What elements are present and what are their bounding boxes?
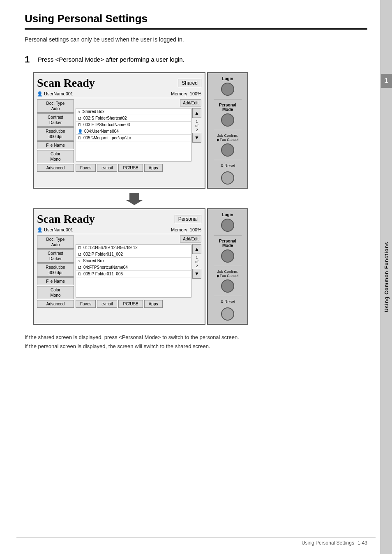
list-item[interactable]: 🗋003:FTPShortcutName03	[76, 122, 191, 128]
screen1-advanced[interactable]: Advanced	[37, 164, 74, 172]
side-tab: 1 Using Common Functions	[380, 0, 392, 554]
screen2-doctype[interactable]: Doc. TypeAuto	[37, 235, 74, 249]
step1-number: 1	[25, 54, 33, 65]
hw2-login-label: Login	[222, 212, 233, 217]
screen1-list: ⌂:Shared Box 🗋002:S FolderShortcut02 🗋00…	[76, 108, 191, 162]
side-tab-label: Using Common Functions	[384, 242, 390, 312]
screen1-doctype[interactable]: Doc. TypeAuto	[37, 99, 74, 113]
screen2-panel: Scan Ready Personal 👤 UserName001 Memory…	[33, 208, 205, 325]
hw-personal-mode-label: PersonalMode	[219, 103, 236, 112]
screen2-user-row: 👤 UserName001 Memory 100%	[37, 227, 201, 234]
hw-login-button[interactable]	[221, 83, 234, 96]
screen2-mode-badge: Personal	[175, 215, 201, 223]
screen1-scroll-up[interactable]: ▲	[192, 108, 201, 118]
footer-line2: If the personal screen is displayed, the…	[25, 342, 367, 351]
list-item[interactable]: 🗋005:P Folder011_005	[76, 271, 191, 277]
hw2-job-confirm-button[interactable]	[221, 279, 234, 293]
screen2-main-col: Add/Edit 🗋01:123456789-123456789-12 🗋002…	[76, 235, 201, 308]
hw2-divider-3	[214, 296, 241, 296]
screen2-user: 👤 UserName001	[37, 227, 73, 233]
screen2-filename[interactable]: File Name	[37, 277, 74, 285]
screen1-user: 👤 UserName001	[37, 91, 73, 97]
arrow-container	[25, 193, 367, 205]
screen1-tab-faves[interactable]: Faves	[76, 164, 96, 172]
screen1-body: Doc. TypeAuto ContrastDarker Resolution3…	[37, 99, 201, 172]
hardware-panel-2: Login PersonalMode Job Confirm.▶Fax Canc…	[207, 208, 248, 325]
footer-text: If the shared screen is displayed, press…	[25, 333, 367, 351]
screen1-user-row: 👤 UserName001 Memory 100%	[37, 91, 201, 98]
list-item[interactable]: 🗋002:S FolderShortcut02	[76, 115, 191, 122]
hardware-panel-1: Login PersonalMode Job Confirm.▶Fax Canc…	[207, 72, 248, 189]
hw-divider-2	[214, 130, 241, 130]
step1-text: Press <Personal Mode> after performing a…	[38, 54, 184, 63]
hw2-login-group: Login	[210, 212, 245, 232]
screen1-main-col: Add/Edit ⌂:Shared Box 🗋002:S FolderShort…	[76, 99, 201, 172]
screen2-body: Doc. TypeAuto ContrastDarker Resolution3…	[37, 235, 201, 308]
hw-login-group: Login	[210, 76, 245, 96]
hw2-reset-button[interactable]	[221, 307, 234, 321]
intro-text: Personal settings can only be used when …	[25, 36, 367, 43]
footer-line1: If the shared screen is displayed, press…	[25, 333, 367, 342]
screen2-resolution[interactable]: Resolution300 dpi	[37, 263, 74, 277]
footer-divider	[16, 537, 376, 538]
screen1-header: Scan Ready Shared	[37, 76, 201, 90]
screen1-panel: Scan Ready Shared 👤 UserName001 Memory 1…	[33, 72, 205, 189]
screen1-tab-apps[interactable]: Apps	[144, 164, 163, 172]
list-item[interactable]: ⌂:Shared Box	[76, 108, 191, 115]
screen1-tab-pcusb[interactable]: PC/USB	[118, 164, 143, 172]
screen2-header: Scan Ready Personal	[37, 212, 201, 226]
hw-personal-mode-button[interactable]	[221, 113, 234, 127]
screen1-page-indicator: 1of2	[192, 120, 201, 132]
hw2-personal-mode-group: PersonalMode	[210, 239, 245, 263]
screen1-wrapper: Scan Ready Shared 👤 UserName001 Memory 1…	[33, 72, 367, 189]
hw-job-confirm-label: Job Confirm.▶Fax Cancel	[217, 134, 239, 142]
hw-divider-3	[214, 160, 241, 160]
list-item[interactable]: 🗋005:\\Megumi...pec\opr\Lo	[76, 135, 191, 141]
step1-container: 1 Press <Personal Mode> after performing…	[25, 54, 367, 65]
screen1-filename[interactable]: File Name	[37, 141, 74, 149]
list-item[interactable]: 🗋01:123456789-123456789-12	[76, 245, 191, 251]
screen2-left-col: Doc. TypeAuto ContrastDarker Resolution3…	[37, 235, 74, 308]
hw2-personal-mode-label: PersonalMode	[219, 239, 236, 248]
screen2-tab-faves[interactable]: Faves	[76, 300, 96, 308]
screen2-tab-pcusb[interactable]: PC/USB	[118, 300, 143, 308]
hw2-job-confirm-label: Job Confirm.▶Fax Cancel	[217, 270, 239, 278]
list-item[interactable]: 👤004:UserName004	[76, 128, 191, 135]
screen2-tab-email[interactable]: e-mail	[97, 300, 117, 308]
list-item[interactable]: 🗋002:P Folder011_002	[76, 251, 191, 258]
hw2-divider-1	[214, 235, 241, 235]
hw-job-confirm-group: Job Confirm.▶Fax Cancel	[210, 134, 245, 157]
hw2-login-button[interactable]	[221, 219, 234, 232]
screen2-tab-apps[interactable]: Apps	[144, 300, 163, 308]
hw-reset-button[interactable]	[221, 171, 234, 185]
hw2-reset-label: ✗ Reset	[220, 300, 235, 304]
screen2-color[interactable]: ColorMono	[37, 286, 74, 299]
screen1-left-col: Doc. TypeAuto ContrastDarker Resolution3…	[37, 99, 74, 172]
down-arrow-icon	[126, 193, 143, 205]
screen1-resolution[interactable]: Resolution300 dpi	[37, 127, 74, 141]
screen2-scroll-down[interactable]: ▼	[192, 269, 201, 279]
screen1-contrast[interactable]: ContrastDarker	[37, 113, 74, 127]
screen1-addedit-btn[interactable]: Add/Edit	[180, 99, 201, 106]
screen2-addedit-btn[interactable]: Add/Edit	[180, 235, 201, 242]
hw2-divider-2	[214, 266, 241, 266]
hw-job-confirm-button[interactable]	[221, 143, 234, 157]
list-item[interactable]: 🗋04:FTPShortcutName04	[76, 264, 191, 271]
list-item[interactable]: ⌂:Shared Box	[76, 258, 191, 264]
screen2-advanced[interactable]: Advanced	[37, 300, 74, 308]
screen2-contrast[interactable]: ContrastDarker	[37, 249, 74, 263]
screen1-mode-badge: Shared	[178, 79, 201, 87]
screen2-list: 🗋01:123456789-123456789-12 🗋002:P Folder…	[76, 244, 191, 298]
screen1-memory: Memory 100%	[171, 91, 201, 97]
screen1-scroll-down[interactable]: ▼	[192, 133, 201, 143]
screen2-page-indicator: 1of2	[192, 256, 201, 268]
hw2-personal-mode-button[interactable]	[221, 249, 234, 263]
screen2-scroll-up[interactable]: ▲	[192, 244, 201, 254]
screen2-wrapper: Scan Ready Personal 👤 UserName001 Memory…	[33, 208, 367, 325]
screen1-color[interactable]: ColorMono	[37, 150, 74, 163]
screen1-tab-email[interactable]: e-mail	[97, 164, 117, 172]
hw-divider-1	[214, 99, 241, 99]
page-title: Using Personal Settings	[25, 12, 367, 30]
screen1-bottom-tabs: Faves e-mail PC/USB Apps	[76, 164, 201, 172]
tab-number: 1	[380, 74, 392, 88]
